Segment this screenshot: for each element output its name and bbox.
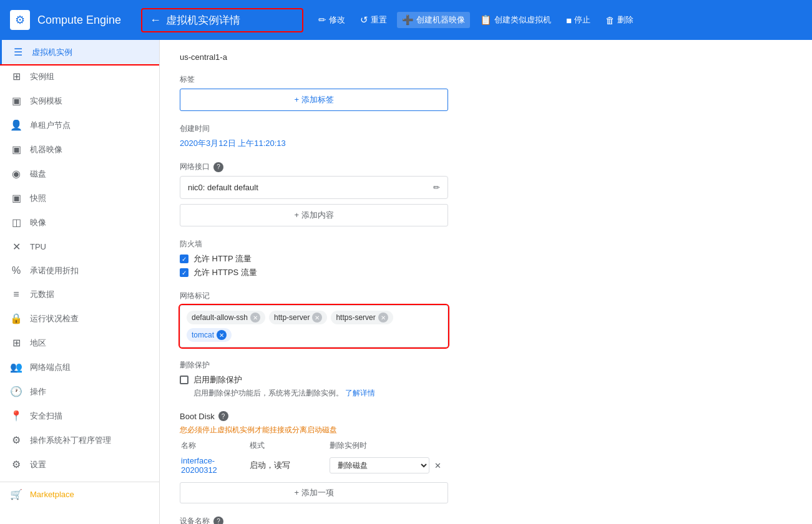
sidebar-item-machine-images[interactable]: ▣ 机器映像 [0,137,159,162]
sidebar-item-committed-use[interactable]: % 承诺使用折扣 [0,259,159,283]
sidebar-item-disks[interactable]: ◉ 磁盘 [0,162,159,186]
region-value: us-central1-a [180,52,792,62]
sidebar-item-label: 虚拟机实例 [32,47,72,58]
sidebar-item-os-patch[interactable]: ⚙ 操作系统补丁程序管理 [0,428,159,452]
app-logo: ⚙ [10,10,30,30]
security-scans-icon: 📍 [10,410,22,422]
network-interface-section: 网络接口 ? nic0: default default ✏ + 添加内容 [180,162,792,226]
tag-remove-tomcat[interactable]: ✕ [217,330,227,340]
vm-instances-icon: ☰ [12,46,24,58]
action-buttons: ✏ 修改 ↺ 重置 ➕ 创建机器映像 📋 创建类似虚拟机 ■ 停止 🗑 删除 [313,12,638,28]
sidebar-item-zones[interactable]: ⊞ 地区 [0,331,159,355]
firewall-http-row: ✓ 允许 HTTP 流量 [180,253,792,264]
network-interface-help-icon[interactable]: ? [213,162,223,172]
machine-images-icon: ▣ [10,143,22,155]
sidebar-item-vm-instances[interactable]: ☰ 虚拟机实例 [0,40,159,64]
boot-disk-help-icon[interactable]: ? [218,411,228,421]
boot-disk-row: interface-20200312 启动，读写 删除磁盘 ✕ [180,454,448,477]
tag-chip-http-server: http-server ✕ [269,311,327,324]
network-interface-label: 网络接口 [180,162,210,172]
tag-chip-tomcat: tomcat ✕ [187,328,232,342]
sidebar-item-snapshots[interactable]: ▣ 快照 [0,186,159,210]
marketplace-icon: 🛒 [10,488,22,500]
delete-protection-checkbox-label: 启用删除保护 [193,374,242,386]
boot-disk-section: Boot Disk ? 您必须停止虚拟机实例才能挂接或分离启动磁盘 名称 模式 … [180,411,792,503]
tag-remove-https-server[interactable]: ✕ [378,313,388,323]
health-checks-icon: 🔒 [10,313,22,324]
network-tags-section: 网络标记 default-allow-ssh ✕ http-server ✕ h… [180,291,792,347]
network-tags-label: 网络标记 [180,291,792,301]
sidebar-item-sole-tenant[interactable]: 👤 单租户节点 [0,113,159,137]
main-content: us-central1-a 标签 + 添加标签 创建时间 2020年3月12日 … [160,40,812,524]
add-boot-disk-item-button[interactable]: + 添加一项 [180,482,448,503]
delete-icon: 🗑 [605,15,615,26]
boot-disk-title-row: Boot Disk ? [180,411,792,421]
committed-use-icon: % [10,265,22,276]
device-name-label: 设备名称 [180,516,210,524]
firewall-https-row: ✓ 允许 HTTPS 流量 [180,267,792,278]
edit-icon: ✏ [318,14,326,26]
sidebar-item-marketplace[interactable]: 🛒 Marketplace [0,482,159,507]
sidebar-item-instance-templates[interactable]: ▣ 实例模板 [0,89,159,113]
sidebar: ☰ 虚拟机实例 ⊞ 实例组 ▣ 实例模板 👤 单租户节点 ▣ 机器映像 ◉ 磁盘… [0,40,160,524]
tag-name-default-allow-ssh: default-allow-ssh [192,313,248,322]
create-machine-image-button[interactable]: ➕ 创建机器映像 [397,12,470,28]
delete-protection-row: 启用删除保护 [180,374,792,386]
network-tags-container: default-allow-ssh ✕ http-server ✕ https-… [180,305,448,347]
boot-disk-table-header: 名称 模式 删除实例时 [180,440,448,451]
network-interface-card: nic0: default default ✏ [180,176,448,199]
sidebar-item-images[interactable]: ◫ 映像 [0,210,159,235]
add-tag-button[interactable]: + 添加标签 [180,89,448,111]
page-title: 虚拟机实例详情 [166,13,240,27]
delete-button[interactable]: 🗑 删除 [600,12,638,28]
add-network-button[interactable]: + 添加内容 [180,204,448,226]
tags-label: 标签 [180,74,792,85]
disk-delete-action-select[interactable]: 删除磁盘 [330,457,429,473]
learn-more-link[interactable]: 了解详情 [345,389,375,397]
created-time-section: 创建时间 2020年3月12日 上午11:20:13 [180,124,792,149]
disk-mode: 启动，读写 [250,460,325,471]
sidebar-item-operations[interactable]: 🕐 操作 [0,379,159,404]
created-time-value: 2020年3月12日 上午11:20:13 [180,138,792,149]
delete-protection-sub: 启用删除保护功能后，系统将无法删除实例。 了解详情 [193,388,792,399]
disk-remove-icon[interactable]: ✕ [434,461,447,470]
create-similar-vm-button[interactable]: 📋 创建类似虚拟机 [475,12,556,28]
sidebar-item-network-endpoint-groups[interactable]: 👥 网络端点组 [0,355,159,379]
tpu-icon: ✕ [10,241,22,253]
delete-protection-checkbox[interactable] [180,376,188,384]
tag-name-http-server: http-server [274,313,310,322]
col-name: 名称 [181,440,245,451]
images-icon: ◫ [10,216,22,228]
reset-button[interactable]: ↺ 重置 [355,12,392,28]
back-button[interactable]: ← [150,14,161,27]
sidebar-item-health-checks[interactable]: 🔒 运行状况检查 [0,306,159,331]
create-image-icon: ➕ [402,14,414,26]
sidebar-item-settings[interactable]: ⚙ 设置 [0,452,159,477]
region-section: us-central1-a [180,52,792,62]
tag-remove-http-server[interactable]: ✕ [312,313,322,323]
instance-templates-icon: ▣ [10,95,22,107]
sidebar-item-metadata[interactable]: ≡ 元数据 [0,283,159,306]
http-checkbox[interactable]: ✓ [180,255,188,263]
delete-protection-section: 删除保护 启用删除保护 启用删除保护功能后，系统将无法删除实例。 了解详情 [180,360,792,399]
disk-name: interface-20200312 [181,456,245,475]
instance-groups-icon: ⊞ [10,70,22,82]
sidebar-item-tpu[interactable]: ✕ TPU [0,235,159,259]
tag-chip-https-server: https-server ✕ [331,311,393,324]
sole-tenant-icon: 👤 [10,119,22,131]
os-patch-icon: ⚙ [10,434,22,446]
edit-button[interactable]: ✏ 修改 [313,12,350,28]
https-checkbox[interactable]: ✓ [180,268,188,277]
snapshots-icon: ▣ [10,192,22,204]
sidebar-item-security-scans[interactable]: 📍 安全扫描 [0,404,159,428]
page-title-section: ← 虚拟机实例详情 [141,8,303,32]
col-mode: 模式 [250,440,325,451]
similar-vm-icon: 📋 [480,14,492,26]
device-name-help-icon[interactable]: ? [213,517,223,525]
tag-name-tomcat: tomcat [192,331,214,339]
sidebar-item-instance-groups[interactable]: ⊞ 实例组 [0,64,159,89]
network-interface-edit-icon[interactable]: ✏ [433,183,440,192]
firewall-https-label: 允许 HTTPS 流量 [193,267,257,278]
stop-button[interactable]: ■ 停止 [561,12,595,28]
tag-remove-default-allow-ssh[interactable]: ✕ [250,313,260,323]
